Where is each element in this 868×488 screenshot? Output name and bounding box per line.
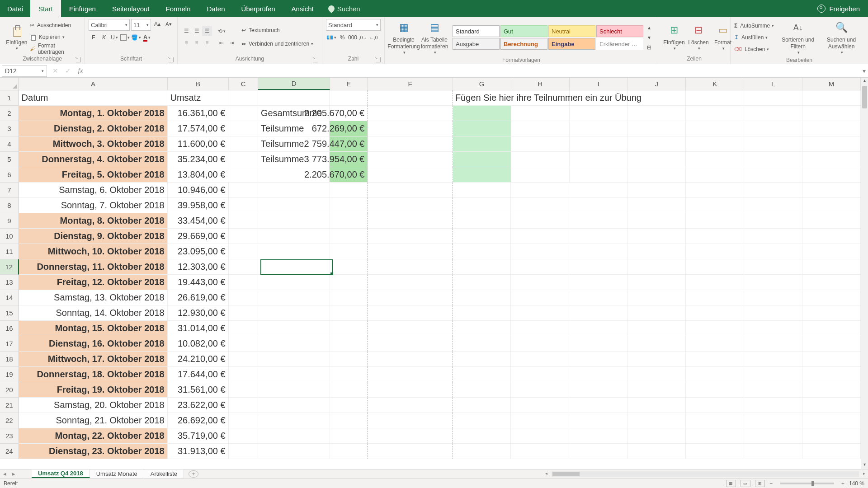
cell-D10[interactable] — [258, 229, 330, 244]
cell-M14[interactable] — [802, 290, 861, 305]
cell-K6[interactable] — [686, 167, 744, 183]
enter-formula-button[interactable]: ✓ — [61, 67, 74, 75]
cell-E13[interactable] — [330, 275, 368, 290]
cell-J23[interactable] — [627, 428, 686, 444]
cell-E4[interactable]: 759.447,00 € — [330, 136, 368, 152]
cell-A15[interactable]: Sonntag, 14. Oktober 2018 — [19, 305, 168, 321]
cell-H8[interactable] — [511, 198, 569, 213]
cell-C20[interactable] — [229, 382, 259, 398]
cell-B8[interactable]: 39.958,00 € — [168, 198, 229, 213]
cell-K20[interactable] — [686, 382, 744, 398]
align-right-button[interactable]: ≡ — [202, 38, 212, 48]
cell-K16[interactable] — [686, 321, 744, 336]
cell-I4[interactable] — [570, 136, 628, 152]
col-header-L[interactable]: L — [744, 78, 802, 90]
cell-G2[interactable] — [453, 106, 511, 121]
clipboard-dialog-launcher[interactable] — [76, 57, 81, 62]
decrease-indent-button[interactable]: ⇤ — [217, 38, 226, 48]
cell-J4[interactable] — [627, 136, 686, 152]
cell-I16[interactable] — [569, 321, 627, 336]
cell-style-neutral[interactable]: Neutral — [548, 25, 595, 37]
cell-A21[interactable]: Samstag, 20. Oktober 2018 — [19, 398, 168, 413]
cell-K5[interactable] — [686, 152, 744, 167]
cell-I11[interactable] — [569, 244, 627, 259]
cell-J18[interactable] — [627, 352, 686, 367]
cell-K11[interactable] — [686, 244, 744, 259]
cell-D8[interactable] — [258, 198, 330, 213]
cell-B13[interactable]: 19.443,00 € — [168, 275, 229, 290]
cell-J12[interactable] — [627, 259, 686, 275]
cell-F13[interactable] — [368, 275, 453, 290]
cell-K13[interactable] — [686, 275, 744, 290]
cell-K10[interactable] — [686, 229, 744, 244]
cell-D18[interactable] — [258, 352, 330, 367]
cell-D9[interactable] — [258, 213, 330, 229]
format-as-table-button[interactable]: ▤Als Tabelle formatieren▾ — [419, 19, 450, 56]
cell-B12[interactable]: 12.303,00 € — [168, 259, 229, 275]
cell-M10[interactable] — [802, 229, 861, 244]
cell-F20[interactable] — [368, 382, 453, 398]
cell-H24[interactable] — [511, 444, 569, 459]
cell-M4[interactable] — [802, 136, 861, 152]
cell-E23[interactable] — [330, 428, 368, 444]
cell-F12[interactable] — [368, 259, 453, 275]
cell-M20[interactable] — [802, 382, 861, 398]
cell-M19[interactable] — [802, 367, 861, 382]
cell-M22[interactable] — [802, 413, 861, 428]
cell-L14[interactable] — [744, 290, 802, 305]
cell-I15[interactable] — [569, 305, 627, 321]
cell-M9[interactable] — [802, 213, 861, 229]
styles-scroll-down[interactable]: ▾ — [644, 33, 654, 42]
cell-D19[interactable] — [258, 367, 330, 382]
cell-B18[interactable]: 24.210,00 € — [168, 352, 229, 367]
cell-G3[interactable] — [453, 121, 511, 136]
cell-G9[interactable] — [453, 213, 511, 229]
cell-B15[interactable]: 12.930,00 € — [168, 305, 229, 321]
cell-A8[interactable]: Sonntag, 7. Oktober 2018 — [19, 198, 168, 213]
zoom-out-button[interactable]: − — [769, 480, 773, 487]
cell-G15[interactable] — [453, 305, 511, 321]
cell-L20[interactable] — [744, 382, 802, 398]
cell-B11[interactable]: 23.095,00 € — [168, 244, 229, 259]
cell-G17[interactable] — [453, 336, 511, 352]
cell-L24[interactable] — [744, 444, 802, 459]
cell-J22[interactable] — [627, 413, 686, 428]
col-header-M[interactable]: M — [802, 78, 861, 90]
cell-D24[interactable] — [258, 444, 330, 459]
number-format-combo[interactable]: Standard▾ — [326, 19, 381, 31]
cell-C14[interactable] — [229, 290, 259, 305]
cell-L6[interactable] — [744, 167, 802, 183]
cell-K4[interactable] — [686, 136, 744, 152]
cell-E19[interactable] — [330, 367, 368, 382]
cell-C15[interactable] — [229, 305, 259, 321]
horizontal-scrollbar[interactable]: ◂ ▸ — [552, 471, 859, 477]
cell-D12[interactable] — [258, 259, 330, 275]
cell-I12[interactable] — [569, 259, 627, 275]
cell-E6[interactable]: 2.205.670,00 € — [330, 167, 368, 183]
cell-M6[interactable] — [802, 167, 861, 183]
cell-D1[interactable] — [258, 90, 330, 106]
cell-F5[interactable] — [368, 152, 453, 167]
cell-I18[interactable] — [569, 352, 627, 367]
cell-E7[interactable] — [330, 183, 368, 198]
cell-E9[interactable] — [330, 213, 368, 229]
cell-J21[interactable] — [627, 398, 686, 413]
cell-G6[interactable] — [453, 167, 511, 183]
cell-K15[interactable] — [686, 305, 744, 321]
row-header-15[interactable]: 15 — [0, 305, 19, 321]
autosum-button[interactable]: ΣAutoSumme▾ — [734, 20, 774, 32]
cell-I22[interactable] — [569, 413, 627, 428]
cell-A17[interactable]: Dienstag, 16. Oktober 2018 — [19, 336, 168, 352]
cell-G21[interactable] — [453, 398, 511, 413]
cell-L21[interactable] — [744, 398, 802, 413]
cell-M17[interactable] — [802, 336, 861, 352]
cell-E3[interactable]: 672.269,00 € — [330, 121, 368, 136]
cell-A3[interactable]: Dienstag, 2. Oktober 2018 — [19, 121, 168, 136]
cell-J7[interactable] — [627, 183, 686, 198]
cell-G13[interactable] — [453, 275, 511, 290]
cell-G18[interactable] — [453, 352, 511, 367]
cell-F3[interactable] — [368, 121, 453, 136]
cell-A22[interactable]: Sonntag, 21. Oktober 2018 — [19, 413, 168, 428]
cell-K1[interactable] — [686, 90, 744, 106]
cell-C1[interactable] — [228, 90, 258, 106]
